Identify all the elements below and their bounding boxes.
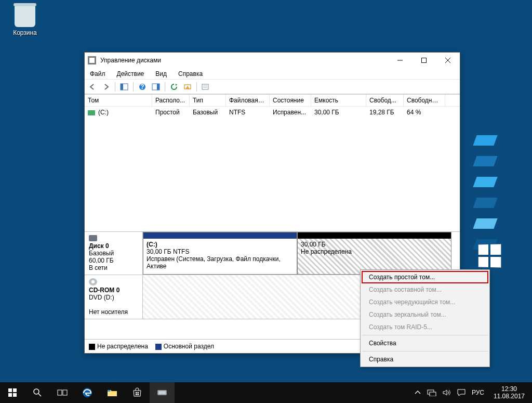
cell-layout: Простой: [152, 107, 190, 118]
desktop-icon-recycle-bin[interactable]: Корзина: [8, 5, 42, 36]
svg-rect-22: [158, 391, 166, 394]
svg-rect-17: [136, 392, 137, 394]
disk-icon: [89, 235, 97, 241]
store-icon: [132, 387, 142, 398]
svg-rect-6: [157, 84, 159, 90]
svg-rect-9: [203, 85, 207, 86]
disk-0-partitions: (C:) 30,00 ГБ NTFS Исправен (Система, За…: [143, 232, 460, 275]
partition-c[interactable]: (C:) 30,00 ГБ NTFS Исправен (Система, За…: [143, 232, 297, 275]
taskbar-disk-management[interactable]: [150, 382, 175, 403]
col-type[interactable]: Тип: [190, 95, 226, 106]
maximize-button[interactable]: [412, 53, 436, 68]
svg-rect-24: [430, 392, 436, 396]
ctx-new-simple-volume[interactable]: Создать простой том...: [362, 271, 488, 283]
menu-help[interactable]: Справка: [176, 69, 205, 79]
menubar: Файл Действие Вид Справка: [85, 68, 460, 80]
partition-unallocated-header: [298, 232, 451, 239]
cdrom-title: CD-ROM 0: [89, 287, 119, 294]
search-button[interactable]: [25, 382, 50, 403]
drive-icon: [88, 110, 95, 115]
unallocated-status: Не распределена: [301, 248, 352, 255]
ctx-separator: [362, 351, 488, 352]
network-icon[interactable]: [427, 389, 436, 396]
windows-logo-icon: [8, 388, 17, 397]
svg-rect-13: [63, 390, 67, 395]
more-actions-button[interactable]: [200, 81, 211, 93]
window-title: Управление дисками: [100, 57, 161, 64]
svg-rect-10: [203, 87, 207, 88]
disk-0-state: В сети: [89, 264, 108, 271]
partition-c-header: [143, 232, 297, 239]
disk-0-size: 60,00 ГБ: [89, 257, 114, 264]
legend-swatch-primary: [155, 344, 162, 350]
taskbar-edge[interactable]: [75, 382, 100, 403]
legend-primary: Основной раздел: [164, 343, 214, 350]
unallocated-size: 30,00 ГБ: [301, 241, 326, 248]
menu-file[interactable]: Файл: [88, 69, 108, 79]
minimize-button[interactable]: [388, 53, 412, 68]
cell-type: Базовый: [190, 107, 226, 118]
volume-list[interactable]: (C:) Простой Базовый NTFS Исправен... 30…: [85, 107, 460, 231]
svg-point-11: [34, 389, 39, 394]
col-volume[interactable]: Том: [85, 95, 152, 106]
toolbar: ?: [85, 80, 460, 94]
legend-swatch-unallocated: [89, 344, 95, 350]
disk-0-title: Диск 0: [89, 242, 109, 250]
disk-0-label[interactable]: Диск 0 Базовый 60,00 ГБ В сети: [85, 232, 143, 275]
forward-button[interactable]: [100, 81, 112, 93]
cdrom-icon: [89, 278, 97, 285]
clock-date: 11.08.2017: [494, 393, 525, 400]
show-hide-console-tree-button[interactable]: [118, 81, 130, 93]
action-center-icon[interactable]: [457, 389, 466, 396]
svg-rect-0: [422, 58, 427, 63]
refresh-button[interactable]: [168, 81, 180, 93]
cdrom-state: Нет носителя: [89, 308, 128, 316]
partition-c-size: 30,00 ГБ NTFS: [147, 248, 189, 255]
tray-chevron-up-icon[interactable]: [415, 389, 421, 396]
menu-view[interactable]: Вид: [153, 69, 169, 79]
cell-fs: NTFS: [226, 107, 270, 118]
taskbar-clock[interactable]: 12:30 11.08.2017: [490, 385, 528, 400]
folder-icon: [107, 388, 117, 397]
cell-capacity: 30,00 ГБ: [311, 107, 366, 118]
task-view-button[interactable]: [50, 382, 75, 403]
volume-row[interactable]: (C:) Простой Базовый NTFS Исправен... 30…: [85, 107, 460, 118]
close-button[interactable]: [436, 53, 460, 68]
task-view-icon: [57, 388, 68, 397]
system-tray: РУС 12:30 11.08.2017: [410, 385, 532, 400]
start-button[interactable]: [0, 382, 25, 403]
col-layout[interactable]: Располо...: [152, 95, 190, 106]
col-free[interactable]: Свобод...: [366, 95, 404, 106]
col-capacity[interactable]: Емкость: [311, 95, 366, 106]
ctx-new-mirrored-volume[interactable]: Создать зеркальный том...: [362, 308, 488, 321]
volume-icon[interactable]: [443, 389, 451, 396]
input-language[interactable]: РУС: [472, 389, 484, 396]
ctx-help[interactable]: Справка: [362, 353, 488, 366]
ctx-new-spanned-volume[interactable]: Создать составной том...: [362, 283, 488, 296]
titlebar[interactable]: Управление дисками: [85, 53, 460, 68]
ctx-properties[interactable]: Свойства: [362, 337, 488, 349]
app-icon: [88, 56, 96, 64]
col-free-pct[interactable]: Свободно %: [404, 95, 445, 106]
svg-rect-12: [58, 390, 62, 395]
col-status[interactable]: Состояние: [270, 95, 311, 106]
partition-unallocated[interactable]: 30,00 ГБ Не распределена: [297, 232, 451, 275]
ctx-new-striped-volume[interactable]: Создать чередующийся том...: [362, 296, 488, 308]
svg-rect-18: [138, 392, 139, 394]
rescan-disks-button[interactable]: [182, 81, 193, 93]
action-pane-button[interactable]: [150, 81, 162, 93]
back-button[interactable]: [87, 81, 98, 93]
cdrom-label[interactable]: CD-ROM 0 DVD (D:) Нет носителя: [85, 275, 143, 319]
cell-free-pct: 64 %: [404, 107, 445, 118]
partition-c-name: (C:): [147, 241, 157, 248]
col-filesystem[interactable]: Файловая с...: [226, 95, 270, 106]
help-button[interactable]: ?: [137, 81, 148, 93]
disk-0-row: Диск 0 Базовый 60,00 ГБ В сети (C:) 30,0…: [85, 232, 460, 275]
cdrom-sub: DVD (D:): [89, 294, 114, 301]
svg-rect-15: [108, 392, 117, 396]
ctx-new-raid5-volume[interactable]: Создать том RAID-5...: [362, 321, 488, 333]
taskbar-store[interactable]: [125, 382, 150, 403]
context-menu: Создать простой том... Создать составной…: [360, 269, 490, 367]
menu-action[interactable]: Действие: [115, 69, 147, 79]
taskbar-explorer[interactable]: [100, 382, 125, 403]
